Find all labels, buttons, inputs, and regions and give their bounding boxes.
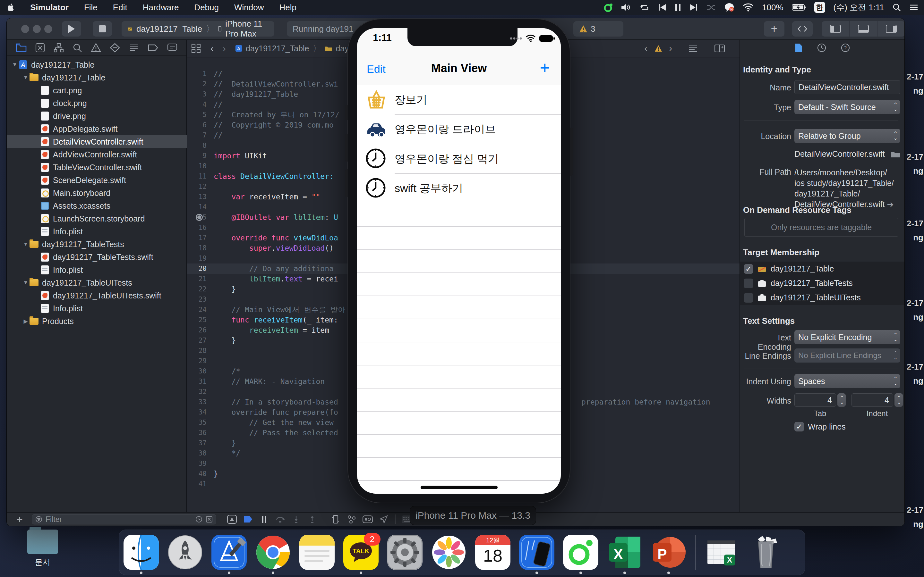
next-issue-icon[interactable]: ›: [669, 43, 672, 53]
home-indicator[interactable]: [421, 486, 498, 489]
file-row-cart-png[interactable]: cart.png: [7, 84, 213, 97]
desktop-file-label[interactable]: ng: [913, 519, 923, 529]
toggle-inspector-button[interactable]: [877, 21, 905, 37]
desktop-file-label[interactable]: 2-17: [907, 72, 923, 82]
wrap-lines-checkbox[interactable]: [795, 422, 804, 432]
line-number[interactable]: 23: [187, 295, 214, 303]
close-window-button[interactable]: [21, 25, 29, 33]
desktop-file-label[interactable]: 2-17: [907, 152, 923, 162]
line-number[interactable]: 14: [187, 203, 214, 211]
dock-simulator[interactable]: [519, 535, 554, 570]
file-row-day191217-table[interactable]: ▼day191217_Table: [7, 71, 202, 84]
file-row-tableviewcontroller-swift[interactable]: TableViewController.swift: [7, 161, 213, 174]
source-control-tab[interactable]: [35, 43, 45, 53]
target-row-day191217_TableTests[interactable]: day191217_TableTests: [740, 276, 905, 290]
line-number[interactable]: 7: [187, 131, 214, 139]
line-number[interactable]: 26: [187, 326, 214, 334]
add-editor-icon[interactable]: [714, 40, 725, 57]
dock-finder[interactable]: [124, 535, 159, 570]
file-row-day191217-tabletests-swift[interactable]: day191217_TableTests.swift: [7, 251, 213, 263]
line-number[interactable]: 11: [187, 172, 214, 180]
debug-navigator-tab[interactable]: [129, 43, 139, 53]
line-number[interactable]: 1: [187, 70, 214, 77]
file-row-info-plist[interactable]: Info.plist: [7, 302, 213, 315]
file-inspector-tab[interactable]: [795, 43, 803, 53]
target-row-day191217_TableUITests[interactable]: day191217_TableUITests: [740, 290, 905, 305]
step-over-icon[interactable]: [273, 514, 287, 525]
line-number[interactable]: 9: [187, 152, 214, 160]
dock-photos[interactable]: [431, 535, 467, 570]
menu-hardware[interactable]: Hardware: [135, 0, 187, 15]
reveal-path-arrow-icon[interactable]: ➔: [885, 200, 894, 209]
desktop-file-label[interactable]: 2-17: [907, 362, 923, 372]
disclosure-triangle[interactable]: ▼: [22, 74, 29, 81]
scheme-selector[interactable]: day191217_Table 〉 iPhone 11 Pro Max: [121, 21, 274, 37]
target-checkbox[interactable]: [744, 293, 753, 303]
tab-width-field[interactable]: 4: [795, 393, 836, 407]
target-row-day191217_Table[interactable]: day191217_Table: [740, 261, 905, 276]
line-number[interactable]: 21: [187, 275, 214, 283]
next-track-icon[interactable]: [690, 3, 698, 11]
desktop-file-label[interactable]: 2-17: [907, 298, 923, 308]
dock-kakaotalk[interactable]: TALK 2: [343, 535, 379, 570]
menu-file[interactable]: File: [76, 0, 105, 15]
menu-edit[interactable]: Edit: [105, 0, 135, 15]
minimize-window-button[interactable]: [33, 25, 41, 33]
menu-help[interactable]: Help: [271, 0, 304, 15]
add-file-button[interactable]: +: [16, 513, 23, 526]
line-number[interactable]: 6: [187, 121, 214, 129]
line-number[interactable]: 4: [187, 101, 214, 108]
step-out-icon[interactable]: [305, 514, 319, 525]
library-add-button[interactable]: +: [764, 21, 784, 37]
todo-row-3[interactable]: 영우몬이랑 점심 먹기: [357, 144, 561, 174]
line-number[interactable]: 32: [187, 388, 214, 396]
breadcrumb-project[interactable]: day191217_Table: [246, 44, 309, 53]
forward-icon[interactable]: ›: [223, 43, 226, 54]
line-number[interactable]: 33: [187, 398, 214, 406]
ib-outlet-connector-icon[interactable]: [196, 214, 203, 221]
encoding-dropdown[interactable]: No Explicit Encoding⌃⌄: [795, 330, 900, 344]
disclosure-triangle[interactable]: ▶: [22, 318, 29, 325]
view-debugger-icon[interactable]: [328, 514, 342, 525]
line-number[interactable]: 35: [187, 419, 214, 426]
toggle-debug-area-button[interactable]: [850, 21, 877, 37]
indent-width-stepper[interactable]: ⌃⌄: [895, 393, 903, 407]
desktop-file-label[interactable]: ng: [913, 166, 923, 176]
shuffle-icon[interactable]: [706, 3, 716, 11]
history-inspector-tab[interactable]: [817, 43, 826, 52]
spotlight-icon[interactable]: [893, 3, 901, 11]
disclosure-triangle[interactable]: ▼: [11, 61, 18, 68]
line-number[interactable]: 10: [187, 162, 214, 170]
messenger-status-icon[interactable]: N: [724, 3, 734, 12]
line-endings-dropdown[interactable]: No Explicit Line Endings⌃⌄: [795, 348, 900, 363]
line-number[interactable]: 28: [187, 347, 214, 355]
line-number[interactable]: 39: [187, 460, 214, 467]
dock-system-preferences[interactable]: [387, 535, 423, 570]
line-number[interactable]: 24: [187, 306, 214, 314]
wrap-lines-row[interactable]: Wrap lines: [795, 422, 846, 432]
environment-overrides-icon[interactable]: [360, 514, 375, 525]
stop-button[interactable]: [93, 21, 112, 37]
help-inspector-tab[interactable]: ?: [841, 43, 850, 52]
dock-powerpoint[interactable]: P: [651, 535, 686, 570]
issue-navigator-tab[interactable]: [91, 43, 101, 53]
todo-row-4[interactable]: swift 공부하기: [357, 174, 561, 203]
issue-warning-icon[interactable]: [654, 45, 662, 52]
dock-melon[interactable]: [563, 535, 598, 570]
melon-status-icon[interactable]: [604, 3, 613, 12]
line-number[interactable]: 38: [187, 450, 214, 457]
recent-files-icon[interactable]: [195, 516, 202, 523]
line-number[interactable]: 13: [187, 193, 214, 201]
pause-icon[interactable]: [675, 3, 681, 11]
previous-track-icon[interactable]: [658, 3, 666, 11]
line-number[interactable]: 27: [187, 337, 214, 344]
file-row-info-plist[interactable]: Info.plist: [7, 225, 213, 238]
menu-bar-clock[interactable]: (수) 오전 1:11: [834, 2, 884, 13]
file-row-scenedelegate-swift[interactable]: SceneDelegate.swift: [7, 174, 213, 187]
todo-row-2[interactable]: 영우몬이랑 드라이브: [357, 115, 561, 144]
run-button[interactable]: [62, 21, 81, 37]
step-into-icon[interactable]: [289, 514, 303, 525]
desktop-file-label[interactable]: ng: [913, 376, 923, 386]
line-number[interactable]: 30: [187, 367, 214, 375]
file-row-detailviewcontroller-swift[interactable]: DetailViewController.swift: [7, 135, 213, 148]
